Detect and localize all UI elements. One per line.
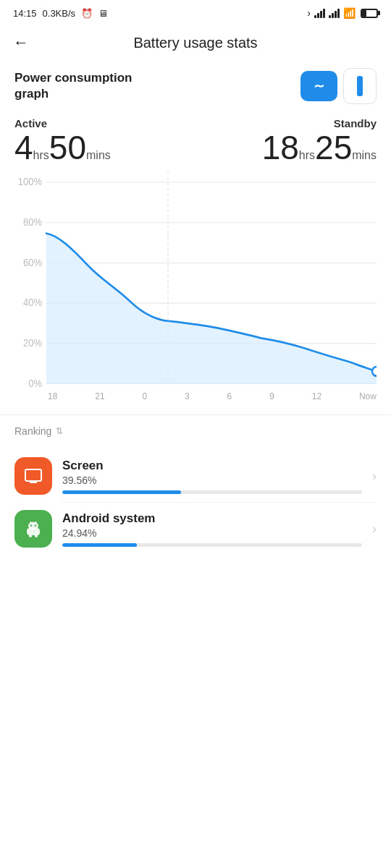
app-list: Screen 39.56% ›	[0, 450, 391, 555]
standby-hrs: 18	[262, 129, 299, 166]
bluetooth-icon: ›	[307, 7, 311, 19]
svg-text:20%: 20%	[23, 338, 42, 349]
svg-point-13	[372, 367, 377, 376]
x-label-18: 18	[48, 391, 57, 401]
x-label-6: 6	[227, 391, 232, 401]
app-item-screen[interactable]: Screen 39.56% ›	[0, 450, 391, 502]
svg-text:100%: 100%	[18, 176, 42, 188]
active-mins: 50	[49, 129, 86, 166]
standby-hrs-unit: hrs	[299, 149, 315, 161]
svg-rect-15	[30, 482, 37, 483]
power-graph-section: Power consumptiongraph ∼ Active 4hrs50mi…	[0, 68, 391, 401]
x-label-21: 21	[95, 391, 104, 401]
android-app-info: Android system 24.94%	[62, 511, 362, 547]
svg-text:40%: 40%	[23, 297, 42, 309]
ranking-row[interactable]: Ranking ⇅	[0, 425, 391, 437]
time-display: 14:15	[13, 8, 37, 19]
svg-rect-23	[29, 535, 32, 537]
toggle-group: ∼	[300, 68, 377, 104]
screen-icon-svg	[24, 467, 43, 485]
active-hrs-unit: hrs	[33, 149, 49, 161]
screen-progress-bg	[62, 490, 362, 494]
signal-bar-1	[314, 8, 325, 18]
active-mins-unit: mins	[86, 149, 111, 161]
screen-app-name: Screen	[62, 459, 362, 473]
app-item-android[interactable]: Android system 24.94% ›	[0, 503, 391, 555]
screen-chevron-icon: ›	[372, 469, 377, 484]
graph-toggle-row: Power consumptiongraph ∼	[14, 68, 377, 104]
screen-progress-fill	[62, 490, 181, 494]
status-bar: 14:15 0.3KB/s ⏰ 🖥 › 📶	[0, 0, 391, 23]
standby-stat: Standby 18hrs25mins	[262, 117, 377, 164]
chart-svg: 100% 80% 60% 40% 20% 0%	[14, 171, 377, 388]
standby-mins-unit: mins	[352, 149, 377, 161]
svg-rect-14	[25, 469, 41, 481]
android-app-icon	[14, 510, 52, 548]
x-label-12: 12	[312, 391, 321, 401]
chart-x-labels: 18 21 0 3 6 9 12 Now	[14, 388, 377, 401]
x-label-3: 3	[185, 391, 190, 401]
wifi-icon: 📶	[343, 7, 356, 19]
screen-app-pct: 39.56%	[62, 475, 362, 486]
screen-app-info: Screen 39.56%	[62, 459, 362, 494]
active-hrs: 4	[14, 129, 33, 166]
battery-chart: 100% 80% 60% 40% 20% 0%	[14, 171, 377, 388]
wave-icon: ∼	[314, 78, 324, 94]
standby-mins: 25	[315, 129, 352, 166]
active-stat: Active 4hrs50mins	[14, 117, 111, 164]
svg-point-20	[35, 524, 36, 526]
network-speed: 0.3KB/s	[43, 8, 76, 19]
screen-app-icon	[14, 457, 52, 495]
screen-icon: 🖥	[98, 8, 108, 19]
section-divider	[0, 414, 391, 415]
graph-label: Power consumptiongraph	[14, 70, 132, 102]
active-value: 4hrs50mins	[14, 131, 111, 164]
x-label-9: 9	[269, 391, 274, 401]
top-bar: ← Battery usage stats	[0, 23, 391, 68]
bar-icon	[357, 76, 363, 96]
android-app-pct: 24.94%	[62, 527, 362, 539]
status-right: › 📶	[307, 7, 378, 19]
svg-point-18	[28, 522, 38, 530]
sort-icon: ⇅	[56, 426, 63, 436]
standby-value: 18hrs25mins	[262, 131, 377, 164]
bar-toggle-button[interactable]	[343, 68, 377, 104]
stats-row: Active 4hrs50mins Standby 18hrs25mins	[14, 117, 377, 164]
android-chevron-icon: ›	[372, 522, 377, 537]
svg-text:60%: 60%	[23, 257, 42, 268]
svg-point-19	[30, 524, 32, 526]
x-label-0: 0	[142, 391, 147, 401]
signal-bar-2	[329, 8, 340, 18]
android-progress-bg	[62, 543, 362, 547]
x-label-now: Now	[359, 391, 377, 401]
back-button[interactable]: ←	[13, 30, 35, 55]
battery-icon	[361, 9, 378, 18]
svg-text:80%: 80%	[23, 217, 42, 229]
wave-toggle-button[interactable]: ∼	[300, 71, 337, 101]
svg-rect-24	[35, 535, 38, 537]
svg-text:0%: 0%	[28, 378, 42, 388]
android-icon-svg	[23, 519, 43, 539]
ranking-label: Ranking	[14, 425, 51, 437]
alarm-icon: ⏰	[81, 8, 93, 19]
active-label: Active	[14, 117, 111, 129]
android-progress-fill	[62, 543, 137, 547]
standby-label: Standby	[262, 117, 377, 129]
status-left: 14:15 0.3KB/s ⏰ 🖥	[13, 8, 108, 19]
android-app-name: Android system	[62, 511, 362, 526]
page-title: Battery usage stats	[35, 35, 356, 51]
